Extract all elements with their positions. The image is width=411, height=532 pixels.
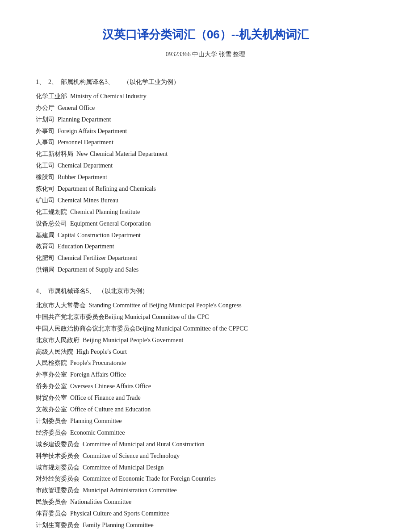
page-title: 汉英口译分类词汇（06）--机关机构词汇 <box>36 27 375 42</box>
list-item: 教育司 Education Department <box>36 241 375 252</box>
list-item: 人事司 Personnel Department <box>36 137 375 148</box>
list-item: 民族委员会 Nationalities Committee <box>36 496 375 508</box>
subtitle: 09323366 中山大学 张雪 整理 <box>36 50 375 59</box>
list-item: 橡胶司 Rubber Department <box>36 172 375 183</box>
list-item: 中国人民政治协商会议北京市委员会Beijing Municipal Commit… <box>36 323 375 335</box>
list-item: 计划生育委员会 Family Planning Committee <box>36 519 375 531</box>
list-item: 城市规划委员会 Committee of Municipal Design <box>36 462 375 473</box>
list-item: 计划司 Planning Department <box>36 114 375 126</box>
list-item: 办公厅 General Office <box>36 102 375 114</box>
list-item: 化工司 Chemical Department <box>36 160 375 172</box>
list-item: 炼化司 Department of Refining and Chemicals <box>36 183 375 195</box>
list-item: 科学技术委员会 Committee of Science and Technol… <box>36 450 375 462</box>
list-item: 矿山司 Chemical Mines Bureau <box>36 195 375 206</box>
list-item: 体育委员会 Physical Culture and Sports Commit… <box>36 508 375 519</box>
list-item: 高级人民法院 High People's Court <box>36 346 375 358</box>
list-item: 供销局 Department of Supply and Sales <box>36 264 375 276</box>
list-item: 化学工业部 Ministry of Chemical Industry <box>36 91 375 102</box>
section1-content: 化学工业部 Ministry of Chemical Industry办公厅 G… <box>36 91 375 276</box>
list-item: 计划委员会 Planning Committee <box>36 415 375 427</box>
list-item: 中国共产党北京市委员会Beijing Municipal Committee o… <box>36 311 375 323</box>
section1-header: 1、 2、 部属机构属译名3、 （以化学工业为例） <box>36 76 375 88</box>
list-item: 市政管理委员会 Municipal Administration Committ… <box>36 485 375 496</box>
list-item: 对外经贸委员会 Committee of Economic Trade for … <box>36 473 375 485</box>
section2-content: 北京市人大常委会 Standing Committee of Beijing M… <box>36 300 375 532</box>
list-item: 设备总公司 Equipment General Corporation <box>36 218 375 230</box>
list-item: 化肥司 Chemical Fertilizer Department <box>36 252 375 264</box>
list-item: 文教办公室 Office of Culture and Education <box>36 404 375 415</box>
section2-header: 4、 市属机械译名5、 （以北京市为例） <box>36 285 375 297</box>
list-item: 经济委员会 Economic Committee <box>36 427 375 439</box>
list-item: 侨务办公室 Overseas Chinese Affairs Office <box>36 381 375 392</box>
list-item: 基建局 Capital Construction Department <box>36 230 375 241</box>
list-item: 财贸办公室 Office of Finance and Trade <box>36 392 375 404</box>
list-item: 城乡建设委员会 Committee of Municipal and Rural… <box>36 439 375 450</box>
list-item: 人民检察院 People's Procuratorate <box>36 357 375 369</box>
list-item: 化工新材料局 New Chemical Material Department <box>36 148 375 160</box>
list-item: 北京市人大常委会 Standing Committee of Beijing M… <box>36 300 375 311</box>
list-item: 化工规划院 Chemical Planning Institute <box>36 206 375 218</box>
list-item: 外事办公室 Foreign Affairs Office <box>36 369 375 381</box>
list-item: 北京市人民政府 Beijing Municipal People's Gover… <box>36 335 375 346</box>
list-item: 外事司 Foreign Affairs Department <box>36 126 375 137</box>
